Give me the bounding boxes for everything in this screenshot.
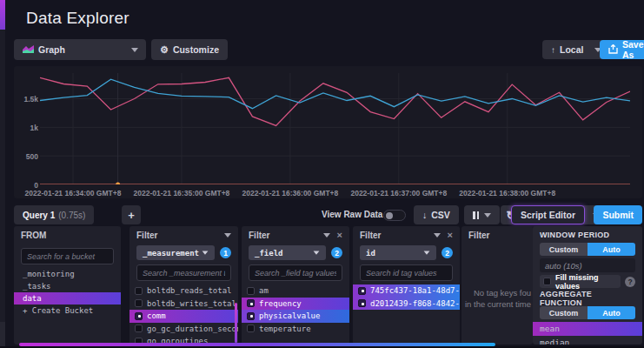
field-search-input[interactable] (249, 264, 342, 281)
chevron-down-icon[interactable] (323, 233, 330, 238)
create-bucket-button[interactable]: + Create Bucket (14, 304, 121, 317)
graph-icon (23, 44, 34, 55)
filter-value-item-selected[interactable]: physicalvalue (242, 310, 349, 323)
filter-panel-id: Filter × id 2 745fc437-18a1-48d7-98a6-7.… (353, 226, 460, 345)
filter-value-item-selected[interactable]: d2012439-f868-4842-bfef-8... (353, 298, 460, 311)
measurement-search-input[interactable] (136, 264, 231, 281)
close-icon[interactable]: × (448, 231, 453, 240)
checkbox-checked (247, 312, 255, 320)
close-icon[interactable]: × (337, 231, 342, 240)
filter-panel-empty: Filter No tag keys fou in the current ti… (461, 226, 533, 345)
filter-panel-field: Filter × _field 2 am frequency physicalv… (242, 226, 349, 345)
help-icon[interactable]: ? (625, 277, 635, 287)
fill-missing-values-checkbox[interactable]: Fill missing values (540, 275, 621, 288)
save-as-icon (608, 44, 618, 56)
checkbox-checked (358, 299, 366, 307)
y-tick-label: 1.5k (16, 95, 38, 104)
checkbox-checked (135, 312, 143, 320)
checkbox-checked (247, 299, 255, 307)
bucket-item[interactable]: _monitoring (14, 268, 121, 280)
aggregate-function-title: AGGREGATE FUNCTION (540, 290, 635, 307)
view-raw-data-toggle[interactable] (383, 210, 406, 221)
csv-download-button[interactable]: ↓ CSV (414, 205, 459, 224)
aggregate-function-toggle[interactable]: Custom Auto (540, 306, 635, 319)
checkbox (135, 325, 143, 332)
filter-key-dropdown[interactable]: _field (249, 245, 326, 260)
id-search-input[interactable] (360, 264, 453, 281)
from-panel-title: FROM (21, 231, 46, 240)
checkbox (135, 299, 143, 307)
x-tick-label: 2022-01-21 16:37:00 GMT+8 (350, 189, 447, 197)
auto-option-active[interactable]: Auto (588, 243, 635, 256)
chevron-down-icon[interactable] (224, 233, 231, 238)
view-toolbar: Graph ⚙ Customize ↑ Local Save As (14, 39, 642, 62)
bucket-search-input[interactable] (21, 248, 114, 264)
window-period-toggle[interactable]: Custom Auto (540, 243, 635, 256)
checkbox (247, 325, 255, 332)
function-item-selected[interactable]: mean (533, 322, 642, 336)
y-tick-label: 1k (16, 124, 38, 132)
toggle-knob (386, 212, 393, 219)
up-arrow-icon: ↑ (551, 45, 555, 55)
chevron-down-icon[interactable] (434, 233, 441, 238)
chevron-down-icon (484, 213, 491, 218)
from-panel: FROM _monitoring _tasks data + Create Bu… (14, 226, 121, 345)
x-tick-label: 2022-01-21 16:36:00 GMT+8 (242, 189, 338, 197)
filter-value-item[interactable]: go_gc_duration_seconds (129, 323, 238, 336)
checkbox (247, 287, 255, 295)
filter-panel-measurement: Filter _measurement 1 boltdb_reads_total… (129, 226, 238, 345)
filter-value-item[interactable]: boltdb_writes_total (129, 298, 238, 311)
time-series-chart: 05001k1.5k 2022-01-21 16:34:00 GMT+82022… (14, 66, 642, 198)
chevron-down-icon (131, 48, 138, 52)
pause-icon (473, 211, 479, 219)
save-as-button[interactable]: Save As (600, 40, 644, 59)
custom-option[interactable]: Custom (540, 306, 588, 319)
filter-value-item-selected[interactable]: frequency (242, 298, 349, 311)
empty-state-text: No tag keys fou in the current time (461, 287, 531, 310)
function-item[interactable]: median (533, 336, 642, 345)
filter-value-item[interactable]: temperature (242, 323, 349, 336)
y-tick-label: 500 (16, 152, 38, 161)
page-title: Data Explorer (26, 9, 129, 28)
submit-button[interactable]: Submit (594, 205, 642, 224)
pause-dropdown-button[interactable] (464, 205, 500, 224)
window-period-title: WINDOW PERIOD (540, 231, 609, 239)
checkbox-checked (358, 287, 366, 295)
bucket-item[interactable]: _tasks (14, 280, 121, 292)
y-tick-label: 0 (16, 181, 38, 190)
x-tick-label: 2022-01-21 16:34:00 GMT+8 (25, 189, 122, 197)
chart-plot-area[interactable] (40, 73, 630, 184)
options-panel: WINDOW PERIOD Custom Auto auto (10s) Fil… (533, 226, 642, 345)
view-type-label: Graph (38, 44, 65, 55)
chevron-down-icon (202, 251, 209, 254)
chevron-down-icon (314, 251, 320, 254)
customize-button[interactable]: ⚙ Customize (151, 39, 228, 60)
filter-value-item-selected[interactable]: 745fc437-18a1-48d7-98a6-7... (353, 284, 460, 298)
view-type-dropdown[interactable]: Graph (14, 39, 146, 60)
chevron-down-icon (424, 251, 430, 254)
custom-option[interactable]: Custom (540, 243, 588, 256)
filter-value-item[interactable]: am (242, 284, 349, 298)
view-raw-data-label: View Raw Data (322, 210, 382, 219)
checkbox (543, 278, 551, 285)
query-tab[interactable]: Query 1 (0.75s) (14, 205, 94, 224)
filter-key-dropdown[interactable]: id (360, 245, 436, 260)
auto-option-active[interactable]: Auto (588, 306, 635, 319)
selected-count-badge: 2 (331, 247, 342, 258)
bucket-item-selected[interactable]: data (14, 292, 121, 304)
filter-value-item[interactable]: boltdb_reads_total (129, 284, 238, 298)
query-toolbar: Query 1 (0.75s) + View Raw Data ↓ CSV ↻ … (14, 205, 642, 226)
query-builder: FROM _monitoring _tasks data + Create Bu… (0, 226, 644, 345)
add-query-button[interactable]: + (122, 205, 141, 224)
gear-icon: ⚙ (160, 44, 169, 56)
window-period-value[interactable]: auto (10s) (540, 258, 635, 272)
nav-rail-active-indicator (0, 0, 5, 30)
script-editor-button[interactable]: Script Editor (511, 205, 585, 224)
vertical-scrollbar[interactable] (235, 303, 237, 343)
checkbox (135, 287, 143, 295)
selected-count-badge: 1 (220, 247, 231, 258)
filter-value-item-selected[interactable]: comm (129, 310, 238, 323)
filter-key-dropdown[interactable]: _measurement (136, 245, 215, 260)
x-tick-label: 2022-01-21 16:35:00 GMT+8 (134, 189, 230, 197)
selected-count-badge: 2 (442, 247, 453, 258)
